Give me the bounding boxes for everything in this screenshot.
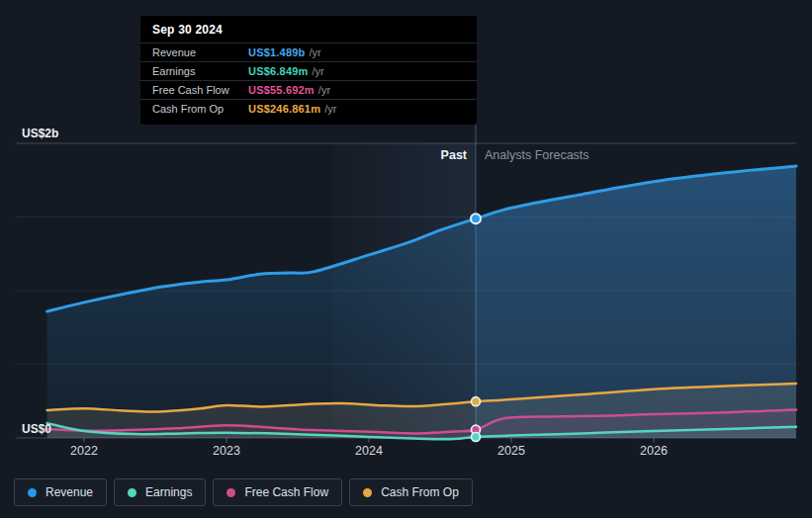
cash-from-op-dot-icon <box>363 488 372 497</box>
y-axis-top-label: US$2b <box>22 127 58 140</box>
marker-dot-cash-from-op[interactable] <box>472 397 481 406</box>
free-cash-flow-dot-icon <box>226 488 235 497</box>
legend-label: Free Cash Flow <box>244 485 328 499</box>
tooltip-row-free-cash-flow: Free Cash Flow US$55.692m /yr <box>140 80 477 99</box>
legend-label: Cash From Op <box>381 485 459 499</box>
tooltip-value: US$6.849m <box>248 65 309 77</box>
x-axis-label: 2025 <box>497 444 525 458</box>
x-axis-label: 2023 <box>213 444 240 458</box>
tooltip-suffix: /yr <box>324 103 336 115</box>
marker-dot-earnings[interactable] <box>472 432 481 441</box>
tooltip-value: US$1.489b <box>248 46 305 58</box>
past-region-label: Past <box>441 148 468 162</box>
legend-label: Revenue <box>45 485 93 499</box>
tooltip-label: Free Cash Flow <box>152 84 248 96</box>
forecast-region-label: Analysts Forecasts <box>485 148 589 162</box>
tooltip-label: Earnings <box>152 65 248 77</box>
chart-legend: Revenue Earnings Free Cash Flow Cash Fro… <box>14 478 473 506</box>
x-axis-label: 2024 <box>355 444 383 458</box>
legend-item-free-cash-flow[interactable]: Free Cash Flow <box>213 478 342 506</box>
tooltip-label: Revenue <box>152 46 248 58</box>
tooltip-value: US$246.861m <box>248 103 320 115</box>
y-axis-bottom-label: US$0 <box>22 422 51 436</box>
tooltip-label: Cash From Op <box>152 103 248 115</box>
legend-item-revenue[interactable]: Revenue <box>14 478 107 506</box>
earnings-dot-icon <box>128 488 136 497</box>
earnings-revenue-growth-panel: US$2b US$0 Past Analysts Forecasts 20222… <box>0 0 812 518</box>
x-axis-label: 2022 <box>70 444 98 458</box>
tooltip-suffix: /yr <box>313 65 324 77</box>
tooltip-suffix: /yr <box>318 84 330 96</box>
legend-item-earnings[interactable]: Earnings <box>114 478 206 506</box>
chart-tooltip: Sep 30 2024 Revenue US$1.489b /yr Earnin… <box>140 16 477 125</box>
revenue-dot-icon <box>28 488 37 497</box>
tooltip-date: Sep 30 2024 <box>140 16 477 43</box>
trailing-year-highlight-band <box>333 143 476 438</box>
tooltip-row-earnings: Earnings US$6.849m /yr <box>140 61 477 80</box>
x-axis-label: 2026 <box>640 444 668 458</box>
marker-dot-revenue[interactable] <box>471 214 481 223</box>
tooltip-row-cash-from-op: Cash From Op US$246.861m /yr <box>140 99 477 118</box>
legend-item-cash-from-op[interactable]: Cash From Op <box>349 478 473 506</box>
tooltip-value: US$55.692m <box>248 84 315 96</box>
tooltip-suffix: /yr <box>309 46 320 58</box>
legend-label: Earnings <box>145 485 192 499</box>
tooltip-row-revenue: Revenue US$1.489b /yr <box>140 43 477 61</box>
